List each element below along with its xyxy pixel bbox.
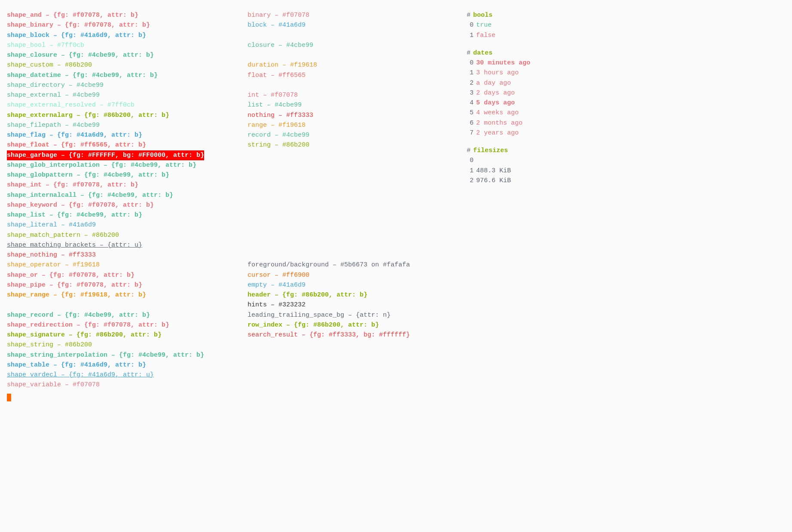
col3-idx: 0 [467,20,474,30]
col2-line: header – {fg: #86b200, attr: b} [248,290,454,300]
col3-item-row: 1false [467,31,785,40]
col3-idx: 1 [467,31,474,40]
col3-value: true [476,20,492,30]
col3-idx: 0 [467,156,474,165]
col2-blank-line [248,240,454,250]
col1-garbage-line: shape_garbage – {fg: #FFFFFF, bg: #FF000… [7,150,248,160]
col3-item-row: 2a day ago [467,78,785,88]
col1-line: shape_vardecl – {fg: #41a6d9, attr: u} [7,370,248,380]
col1-line: shape_nothing – #ff3333 [7,250,248,260]
col2-line: leading_trailing_space_bg – {attr: n} [248,310,454,320]
col2-blank-line [248,80,454,90]
col2-line: block – #41a6d9 [248,20,454,30]
col3-value: 2 months ago [476,118,523,128]
col3-idx: 6 [467,118,474,128]
section-header-row: #bools [467,10,785,20]
col2-blank-line [248,150,454,160]
col1-line: shape_int – {fg: #f07078, attr: b} [7,180,248,190]
col1-line: shape_literal – #41a6d9 [7,220,248,230]
col2-line: search_result – {fg: #ff3333, bg: #fffff… [248,330,454,340]
col1-line: shape_variable – #f07078 [7,380,248,390]
col2-line: foreground/background – #5b6673 on #fafa… [248,260,454,270]
col1-line: shape_custom – #86b200 [7,60,248,70]
hash-symbol: # [467,48,471,58]
col1-line: shape_internalcall – {fg: #4cbe99, attr:… [7,190,248,200]
col3-item-row: 45 days ago [467,98,785,108]
col3-idx: 7 [467,128,474,138]
col3-value: a day ago [476,78,511,88]
col1-line: shape_string – #86b200 [7,340,248,350]
col3-idx: 3 [467,88,474,98]
col1-line: shape_redirection – {fg: #f07078, attr: … [7,320,248,330]
col1-line: shape_binary – {fg: #f07078, attr: b} [7,20,248,30]
col1-line: shape_table – {fg: #41a6d9, attr: b} [7,360,248,370]
col2-line: float – #ff6565 [248,70,454,80]
col2-blank-line [248,200,454,210]
col1-line: shape_bool – #7ff0cb [7,40,248,50]
col2-blank-line [248,180,454,190]
col3-idx: 2 [467,176,474,186]
section-header-row: #filesizes [467,146,785,156]
col2-line: closure – #4cbe99 [248,40,454,50]
col3-item-row: 13 hours ago [467,68,785,78]
col2-line: record – #4cbe99 [248,130,454,140]
col1-line: shape_float – {fg: #ff6565, attr: b} [7,140,248,150]
col3-section: #filesizes01488.3 KiB2976.6 KiB [467,146,785,186]
col3-value: 488.3 KiB [476,166,511,176]
col3-idx: 2 [467,78,474,88]
col3-item-row: 0true [467,20,785,30]
col1-line: shape_matching_brackets – {attr: u} [7,240,248,250]
col3-idx: 1 [467,68,474,78]
col2-line: binary – #f07078 [248,10,454,20]
col1-line: shape_signature – {fg: #86b200, attr: b} [7,330,248,340]
col3-value: 976.6 KiB [476,176,511,186]
col3-value: 4 weeks ago [476,108,519,118]
col3-idx: 1 [467,166,474,176]
col3-value: 2 days ago [476,88,515,98]
col3-idx: 5 [467,108,474,118]
col2-line: row_index – {fg: #86b200, attr: b} [248,320,454,330]
col1-line: shape_range – {fg: #f19618, attr: b} [7,290,248,300]
col1-line: shape_glob_interpolation – {fg: #4cbe99,… [7,160,248,170]
col3-value: 5 days ago [476,98,515,108]
section-title: dates [473,48,492,58]
col3-item-row: 54 weeks ago [467,108,785,118]
col2-blank-line [248,250,454,260]
col2-line: nothing – #ff3333 [248,110,454,120]
col1-blank-line [7,300,248,310]
col1-line: shape_and – {fg: #f07078, attr: b} [7,10,248,20]
col3-item-row: 1488.3 KiB [467,166,785,176]
col1-line: shape_filepath – #4cbe99 [7,120,248,130]
col1-line: shape_closure – {fg: #4cbe99, attr: b} [7,50,248,60]
col3-value: 30 minutes ago [476,58,530,68]
col2-line: list – #4cbe99 [248,100,454,110]
col1-line: shape_string_interpolation – {fg: #4cbe9… [7,350,248,360]
col3-value: 2 years ago [476,128,519,138]
section-title: filesizes [473,146,508,156]
col2-blank-line [248,230,454,240]
col2-line: empty – #41a6d9 [248,280,454,290]
col3-item-row: 030 minutes ago [467,58,785,68]
col3-idx: 4 [467,98,474,108]
col1-line: shape_external – #4cbe99 [7,90,248,100]
section-header-row: #dates [467,48,785,58]
col1-line: shape_record – {fg: #4cbe99, attr: b} [7,310,248,320]
col1-line: shape_datetime – {fg: #4cbe99, attr: b} [7,70,248,80]
col1-line: shape_operator – #f19618 [7,260,248,270]
col1-line: shape_pipe – {fg: #f07078, attr: b} [7,280,248,290]
col2-line: duration – #f19618 [248,60,454,70]
col1-line: shape_list – {fg: #4cbe99, attr: b} [7,210,248,220]
col1-line: shape_match_pattern – #86b200 [7,230,248,240]
col3-section: #dates030 minutes ago13 hours ago2a day … [467,48,785,138]
col3-item-row: 62 months ago [467,118,785,128]
col1-line: shape_block – {fg: #41a6d9, attr: b} [7,31,248,40]
col1-line: shape_keyword – {fg: #f07078, attr: b} [7,200,248,210]
hash-symbol: # [467,146,471,156]
col3-item-row: 32 days ago [467,88,785,98]
col2-blank-line [248,220,454,230]
col2: binary – #f07078block – #41a6d9closure –… [248,10,454,340]
col1-line: shape_globpattern – {fg: #4cbe99, attr: … [7,170,248,180]
col2-blank-line [248,31,454,40]
col3-value: 3 hours ago [476,68,519,78]
col2-line: cursor – #ff6900 [248,270,454,280]
